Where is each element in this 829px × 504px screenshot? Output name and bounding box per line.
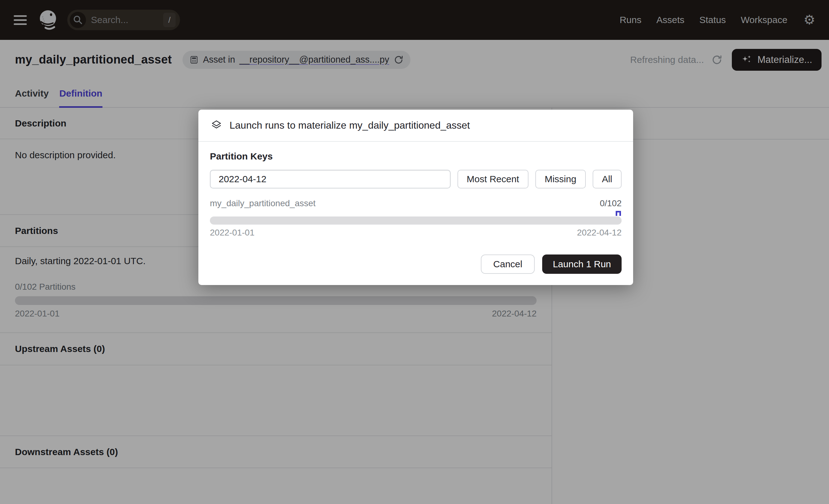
dialog-header: Launch runs to materialize my_daily_part… bbox=[199, 110, 633, 142]
asset-layers-icon bbox=[210, 119, 223, 132]
preset-missing-button[interactable]: Missing bbox=[535, 170, 586, 188]
preset-all-button[interactable]: All bbox=[592, 170, 622, 188]
dialog-range-start: 2022-01-01 bbox=[210, 228, 254, 238]
dialog-range-end: 2022-04-12 bbox=[577, 228, 622, 238]
partition-keys-input[interactable] bbox=[210, 170, 450, 188]
partition-keys-row: Most Recent Missing All bbox=[210, 170, 622, 188]
dialog-date-range: 2022-01-01 2022-04-12 bbox=[210, 228, 622, 238]
partition-range-bar[interactable] bbox=[210, 216, 622, 225]
dialog-footer: Cancel Launch 1 Run bbox=[210, 254, 622, 274]
dialog-title: Launch runs to materialize my_daily_part… bbox=[229, 120, 470, 131]
launch-runs-dialog: Launch runs to materialize my_daily_part… bbox=[199, 110, 633, 285]
selected-partition-count: 0/102 bbox=[600, 199, 622, 208]
partition-selection-handle[interactable] bbox=[616, 211, 621, 216]
dialog-body: Partition Keys Most Recent Missing All m… bbox=[199, 142, 633, 285]
selection-marker-row bbox=[210, 210, 622, 216]
launch-run-button[interactable]: Launch 1 Run bbox=[542, 254, 622, 274]
asset-name-label: my_daily_partitioned_asset bbox=[210, 199, 316, 208]
asset-partition-status-row: my_daily_partitioned_asset 0/102 bbox=[210, 199, 622, 208]
cancel-button[interactable]: Cancel bbox=[481, 254, 535, 274]
preset-most-recent-button[interactable]: Most Recent bbox=[458, 170, 529, 188]
partition-keys-label: Partition Keys bbox=[210, 151, 622, 162]
